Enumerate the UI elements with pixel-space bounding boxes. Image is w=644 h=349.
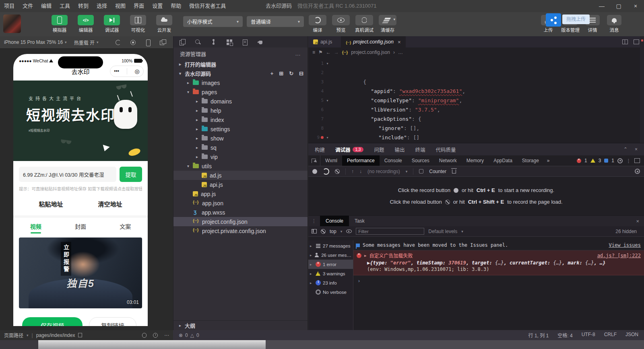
bookmark-icon[interactable]: ⚑ [318,50,323,55]
link-action-button[interactable]: 粘贴地址 [39,200,63,208]
clear-icon[interactable] [335,169,340,174]
video-preview[interactable]: 立即报警 独自5 03:01 [19,237,142,308]
tree-row[interactable]: ▾ pages + ⊞ ↻ ⊟ [173,87,308,97]
status-item[interactable]: CRLF [604,332,617,339]
console-tab[interactable]: Task [349,216,370,226]
toolbar-nav-button[interactable]: 编辑器 [75,15,96,33]
console-prompt[interactable]: › [353,275,644,286]
tree-row[interactable]: project.private.config.json + ⊞ ↻ ⊟ [173,226,308,235]
view-issues-link[interactable]: View issues [609,242,641,248]
expand-arrow-icon[interactable]: ▸ [196,108,202,113]
devtools-tab[interactable]: Network [434,155,462,166]
device-selector[interactable]: iPhone 15 Pro Max 75% 16 [4,39,67,45]
devtools-tab[interactable]: Performance [342,155,380,166]
console-info-message[interactable]: Some messages have been moved to the Iss… [353,240,644,250]
counter-checkbox[interactable] [419,169,423,173]
breadcrumb-file[interactable]: project.config.json [351,50,390,55]
toolbar-action-button[interactable]: 预览 [331,15,351,33]
npm-file-icon[interactable] [242,39,248,45]
expand-arrow-icon[interactable]: ▸ [196,145,202,150]
context-select[interactable]: top [330,229,336,234]
close-drawer-icon[interactable]: × [636,218,644,224]
tree-row[interactable]: app.json + ⊞ ↻ ⊟ [173,198,308,208]
tools-icon[interactable] [258,39,264,45]
expand-arrow-icon[interactable]: ▸ [187,81,193,85]
expand-arrow-icon[interactable]: ▸ [196,99,202,103]
minimize-button[interactable]: — [593,0,610,12]
panel-tab[interactable]: 问题 [374,146,384,153]
expand-arrow-icon[interactable]: ▾ [179,71,185,76]
info-count-icon[interactable] [604,159,608,163]
menu-item[interactable]: 界面 [130,0,148,12]
menu-item[interactable]: 帮助 [167,0,185,12]
list-icon[interactable]: ≡ [312,50,315,55]
code-line[interactable]: 8 }, [308,124,644,133]
sidebar-toggle-icon[interactable] [312,229,317,233]
hot-reload-toggle[interactable]: 热重载 开 [74,39,99,46]
more-icon[interactable]: ••• [114,68,119,74]
code-line[interactable]: 1 ▾ { [308,59,644,68]
page-path-value[interactable]: pages/index/index [36,332,75,338]
multi-window-icon[interactable] [160,39,166,45]
status-item[interactable]: 行 1, 列 1 [528,332,549,339]
search-icon[interactable] [195,39,201,45]
expand-arrow-icon[interactable]: ▾ [187,164,193,168]
perf-settings-icon[interactable] [635,169,640,174]
live-expression-icon[interactable] [346,229,352,233]
toolbar-nav-button[interactable]: 调试器 [101,15,122,33]
toolbar-action-button[interactable]: 编译 [308,15,327,33]
copy-link-button[interactable]: 复制链接 [89,317,136,326]
close-panel-icon[interactable]: × [635,147,638,152]
console-tab[interactable]: Console [320,216,349,226]
devtools-tab[interactable]: Wxml [320,155,342,166]
new-folder-icon[interactable]: ⊞ [279,70,283,76]
copy-path-icon[interactable] [78,333,82,337]
tree-row[interactable]: ▸ help + ⊞ ↻ ⊟ [173,106,308,115]
source-link[interactable]: ad.js? [sm]:222 [597,253,641,258]
code-line[interactable]: 9 ▾ "setting": { [308,133,644,142]
devtools-tab[interactable]: Storage [517,155,544,166]
console-filter-row[interactable]: ▸ 1 error [308,260,353,269]
expand-arrow-icon[interactable]: ▸ [196,155,202,159]
fold-arrow-icon[interactable]: ▾ [325,59,330,68]
compile-mode-select[interactable]: 普通编译 [247,16,304,27]
content-tab[interactable]: 文案 [103,218,148,233]
toolbar-nav-button[interactable]: 模拟器 [49,15,70,33]
tree-row[interactable]: ad.js + ⊞ ↻ ⊟ [173,171,308,180]
tree-row[interactable]: ▸ show + ⊞ ↻ ⊟ [173,134,308,143]
console-filter-row[interactable]: ▸ 27 messages [308,241,353,250]
files-icon[interactable] [179,39,185,45]
expand-arrow-icon[interactable]: ▸ [196,136,202,140]
collapse-panel-icon[interactable]: ⌃ [623,147,627,152]
tree-row[interactable]: ▸ domains + ⊞ ↻ ⊟ [173,97,308,106]
console-filter-row[interactable]: ▸ 3 warnings [308,269,353,278]
close-tab-icon[interactable]: × [398,39,401,45]
popout-icon[interactable] [634,158,640,163]
collapse-all-icon[interactable]: ⊟ [299,70,303,76]
git-branch-icon[interactable] [211,39,217,45]
refresh-tree-icon[interactable]: ↻ [289,70,293,76]
tree-row[interactable]: ▾ utils + ⊞ ↻ ⊟ [173,161,308,171]
load-profile-icon[interactable]: ↑ [351,169,354,174]
code-line[interactable]: 5 ▾ "packOptions": { [308,96,644,105]
link-action-button[interactable]: 清空地址 [98,200,122,208]
expand-arrow-icon[interactable]: ▸ [310,244,314,248]
expand-arrow-icon[interactable]: ▸ [310,281,314,285]
delete-recording-icon[interactable] [452,169,456,173]
expand-arrow-icon[interactable]: ▸ [196,118,202,122]
tree-row[interactable]: project.config.json + ⊞ ↻ ⊟ [173,217,308,226]
tree-row[interactable]: ▸ sq + ⊞ ↻ ⊟ [173,143,308,152]
warning-count-icon[interactable] [590,159,595,163]
menu-item[interactable]: 项目 [0,0,19,12]
tree-row[interactable]: ▸ images + ⊞ ↻ ⊟ [173,78,308,87]
expand-arrow-icon[interactable]: ▶ [364,254,366,258]
console-filter-row[interactable]: No verbose [308,287,353,297]
menu-item[interactable]: 文件 [19,0,37,12]
vconsole-icon[interactable] [142,333,147,338]
home-icon[interactable]: ◎ [134,68,139,74]
menu-item[interactable]: 微信开发者工具 [185,0,230,12]
extract-button[interactable]: 提取 [120,167,142,182]
code-line[interactable]: 4 "libVersion": "3.7.5", [308,87,644,96]
outline-section[interactable]: ▸ 大纲 [173,320,308,330]
layout-icon[interactable] [634,39,639,44]
